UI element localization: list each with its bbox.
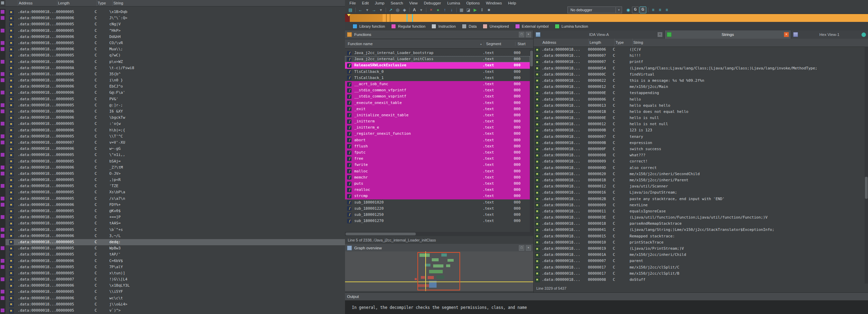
column-header-start[interactable]: Start <box>515 42 533 46</box>
function-row[interactable]: sub_180001220 .text 000 <box>345 206 530 212</box>
function-row[interactable]: abort .text 000 <box>345 137 530 143</box>
down-arrow-icon[interactable]: ↓ <box>449 7 455 13</box>
function-row[interactable]: sub_180001250 .text 000 <box>345 212 530 218</box>
panel-options-icon[interactable] <box>862 32 866 37</box>
string-row[interactable]: .data:00000018... 00000006 C Mua\\; <box>0 46 345 52</box>
jump-address-icon[interactable]: ↗ <box>388 7 394 13</box>
string-row[interactable]: .data:00000018... 00000006 C J\"\`:Q> <box>0 15 345 21</box>
list-view-icon[interactable]: ≡ <box>650 7 656 13</box>
function-row[interactable]: _execute_onexit_table .text 000 <box>345 100 530 106</box>
string-row[interactable]: .data:00000018... 00000008 C what??? <box>534 152 865 158</box>
column-header-string[interactable]: String <box>632 39 868 47</box>
string-row[interactable]: .data:00000018... 00000006 C Dd&hH <box>0 34 345 40</box>
nav-forward-caret-icon[interactable]: ▾ <box>378 7 384 13</box>
menu-edit[interactable]: Edit <box>359 1 372 5</box>
string-row[interactable]: .data:00000018... 00000011 C equalsIgnor… <box>534 208 865 214</box>
function-row[interactable]: _register_onexit_function .text 000 <box>345 131 530 137</box>
string-row[interactable]: .data:00000018... 00000022 C this is a m… <box>534 78 865 84</box>
menu-view[interactable]: View <box>406 1 421 5</box>
tab-ida-view-a[interactable]: IDA View-A × <box>534 30 665 39</box>
string-row[interactable]: .data:00000018... 00000012 C me/x150/j2c… <box>534 84 865 90</box>
string-row[interactable]: .data:00000018... 00000006 C ([C)V <box>534 47 865 53</box>
string-row[interactable]: .data:00000018... 00000015 C Remapped st… <box>534 233 865 239</box>
menu-help[interactable]: Help <box>505 1 519 5</box>
function-row[interactable]: realloc .text 000 <box>345 187 530 193</box>
string-row[interactable]: .data:00000018... 00000009 C nextLine <box>534 202 865 208</box>
string-row[interactable]: .data:00000018... 00000005 C PV&' <box>0 96 345 102</box>
string-row[interactable]: .data:00000018... 00000017 C me/x150/j2c… <box>534 271 865 277</box>
function-row[interactable]: _exit .text 000 <box>345 106 530 112</box>
stack-view-icon[interactable]: ≡ <box>657 7 663 13</box>
nav-back-icon[interactable]: ← <box>357 7 363 13</box>
scrollbar-thumb[interactable] <box>346 233 416 235</box>
nav-back-caret-icon[interactable]: ▾ <box>364 7 370 13</box>
function-row[interactable]: memchr .text 000 <box>345 174 530 181</box>
string-row[interactable]: .data:00000018... 00000005 C \\T'^C <box>0 133 345 140</box>
cancel-icon[interactable]: × <box>428 7 434 13</box>
minimap-viewport[interactable] <box>417 252 460 290</box>
tab-strings[interactable]: Strings × <box>665 30 791 39</box>
string-row[interactable]: .data:00000018... 00000006 C G@:F\a' <box>0 90 345 96</box>
up-arrow-icon[interactable]: ↑ <box>442 7 448 13</box>
string-row[interactable]: .data:00000018... 00000012 C hello is no… <box>534 121 865 127</box>
column-header-string[interactable]: String <box>112 0 345 6</box>
function-row[interactable]: ReleaseSRWLockExclusive .text 000 <box>345 62 530 68</box>
left-strings-header[interactable]: Address Length Type String <box>0 0 345 6</box>
string-row[interactable]: .data:00000018... 00000005 C \x1B>Dqb <box>0 9 345 15</box>
string-row[interactable]: .data:00000018... 00000006 C EbCJ^o <box>0 83 345 90</box>
column-header-address[interactable]: Address <box>542 39 589 47</box>
column-header-function-name[interactable]: Function name ▴ <box>345 42 484 46</box>
string-row[interactable]: .data:00000018... 0000001B C hello does … <box>534 109 865 115</box>
run-ok-icon[interactable]: ● <box>435 7 441 13</box>
string-row[interactable]: .data:00000018... 00000005 C +==]P <box>0 214 345 220</box>
string-row[interactable]: .data:00000018... 00000006 C h\b|=;{ <box>0 127 345 133</box>
functions-horizontal-scrollbar[interactable] <box>345 232 533 236</box>
string-row[interactable]: .data:00000018... 00000005 C v`)^> <box>0 308 345 314</box>
text-style-caret-icon[interactable]: ▾ <box>418 7 424 13</box>
processor-icon[interactable]: ▦ <box>458 7 465 13</box>
string-row[interactable]: .data:00000018... 00000005 C 7P\alY <box>0 264 345 270</box>
string-row[interactable]: .data:00000018... 0000000A C \t-c)/Fswi8 <box>0 65 345 71</box>
string-row[interactable]: .data:00000018... 00000008 C doStuff <box>534 277 865 283</box>
functions-titlebar[interactable]: Functions □ × <box>345 30 533 39</box>
menu-options[interactable]: Options <box>463 1 483 5</box>
string-row[interactable]: .data:00000018... 00000005 C /s\a7\n <box>0 196 345 202</box>
function-row[interactable]: free .text 000 <box>345 156 530 162</box>
string-row[interactable]: .data:00000018... 00000005 C 35{b^ <box>0 71 345 77</box>
menu-windows[interactable]: Windows <box>483 1 505 5</box>
string-row[interactable]: .data:00000018... 00000005 C dedq: <box>0 239 345 245</box>
strings-vertical-scrollbar[interactable] <box>865 47 868 284</box>
string-row[interactable]: .data:00000018... 00000005 C O-JV> <box>0 171 345 177</box>
function-row[interactable]: sub_180001020 .text 000 <box>345 199 530 206</box>
string-row[interactable]: .data:00000018... 00000007 C hi!!! <box>534 53 865 59</box>
function-row[interactable]: TlsCallback_0 .text 000 <box>345 69 530 75</box>
search-next-icon[interactable]: ◈ <box>401 7 408 13</box>
scrollbar-thumb[interactable] <box>865 177 868 199</box>
string-row[interactable]: .data:00000018... 00000005 C WpBw3 <box>0 245 345 251</box>
string-row[interactable]: .data:00000018... 00000005 C ^HkP> <box>0 28 345 34</box>
string-row[interactable]: .data:00000018... 00000005 C \\i5YF <box>0 289 345 295</box>
string-row[interactable]: .data:00000018... 0000000C C findVirtual <box>534 71 865 78</box>
function-row[interactable]: puts .text 000 <box>345 181 530 187</box>
scrollbar-thumb[interactable] <box>530 51 533 66</box>
function-row[interactable]: _initterm_e .text 000 <box>345 125 530 131</box>
string-row[interactable]: .data:00000018... 00000012 C java/util/S… <box>534 183 865 189</box>
function-row[interactable]: TlsCallback_1 .text 000 <box>345 75 530 81</box>
column-header-type[interactable]: Type <box>97 0 112 6</box>
string-row[interactable]: .data:00000018... 00000005 C \"n1i,, <box>0 152 345 158</box>
navigator-band[interactable] <box>345 14 868 23</box>
string-row[interactable]: .data:00000018... 00000013 C hello equal… <box>534 103 865 109</box>
string-row[interactable]: .data:00000018... 00000005 C cNg|V <box>0 21 345 27</box>
string-row[interactable]: .data:00000018... 00000005 C Xs\bP\a <box>0 189 345 195</box>
run-debugger-icon[interactable]: ▶ <box>472 7 478 13</box>
string-row[interactable]: .data:00000018... 00000019 C (Ljava/io/P… <box>534 246 865 252</box>
string-row[interactable]: .data:00000018... 00000006 C C=6bV$ <box>0 258 345 264</box>
column-header-length[interactable]: Length <box>57 0 97 6</box>
string-row[interactable]: .data:00000018... 00000017 C me/x150/j2c… <box>534 264 865 271</box>
close-icon[interactable]: × <box>526 245 531 251</box>
column-header-address[interactable]: Address <box>18 0 57 6</box>
tab-hex-view-1[interactable]: Hex View-1 <box>791 30 868 39</box>
function-row[interactable]: Java_j2cc_internal_Loader_initClass .tex… <box>345 56 530 62</box>
g-group-icon[interactable]: G <box>632 6 639 13</box>
menu-file[interactable]: File <box>346 1 359 5</box>
